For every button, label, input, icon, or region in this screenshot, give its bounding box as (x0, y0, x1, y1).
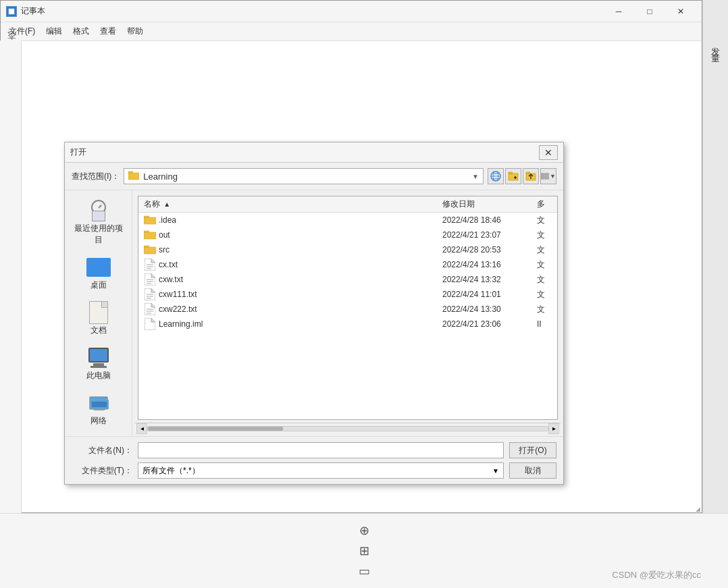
file-name-col: cxw222.txt (141, 304, 440, 315)
crosshair-icon: ⊕ (359, 523, 369, 538)
file-row[interactable]: cxw.txt 2022/4/24 13:32 文 (138, 272, 557, 287)
col-header-date[interactable]: 修改日期 (440, 198, 534, 210)
file-name: .idea (159, 215, 176, 225)
nav-item-network[interactable]: 网络 (68, 388, 129, 431)
nav-item-recent-label: 最近使用的项目 (71, 223, 126, 246)
dialog-left-nav: 最近使用的项目 桌面 文档 (65, 190, 132, 436)
hscroll-right-arrow[interactable]: ▸ (548, 423, 559, 434)
left-strip-text: 态 (0, 41, 23, 54)
col-header-name[interactable]: 名称 ▲ (141, 198, 440, 210)
file-name-col: cxw.txt (141, 274, 440, 285)
location-value: Learning (143, 171, 178, 182)
notepad-titlebar: 记事本 ─ □ ✕ (1, 1, 702, 22)
file-date-col: 2022/4/24 13:16 (440, 260, 534, 269)
nav-folder-new-button[interactable] (505, 168, 521, 184)
iml-file-icon (144, 319, 156, 329)
dialog-title: 打开 (70, 146, 539, 158)
nav-item-computer-label: 此电脑 (86, 370, 111, 381)
hscroll-thumb[interactable] (148, 427, 283, 431)
file-extra-col: 文 (534, 274, 554, 286)
svg-rect-17 (94, 409, 105, 410)
file-row[interactable]: cx.txt 2022/4/24 13:16 文 (138, 257, 557, 272)
menu-file[interactable]: 文件(F) (3, 23, 41, 40)
csdn-watermark: CSDN @爱吃水果的cc (612, 569, 701, 581)
file-row[interactable]: out 2022/4/21 23:07 文 (138, 228, 557, 242)
cancel-button[interactable]: 取消 (509, 462, 556, 479)
nav-item-computer[interactable]: 此电脑 (68, 343, 129, 385)
filetype-combo[interactable]: 所有文件（*.*） ▼ (138, 462, 504, 479)
minimize-button[interactable]: ─ (603, 1, 634, 22)
file-row[interactable]: Learning.iml 2022/4/21 23:06 II (138, 317, 557, 331)
txt-file-icon (144, 274, 156, 285)
file-name: cxw.txt (159, 275, 183, 284)
location-combo[interactable]: Learning ▼ (124, 168, 484, 184)
folder-icon (144, 244, 156, 255)
nav-folder-up-button[interactable] (523, 168, 539, 184)
col-header-extra[interactable]: 多 (534, 198, 554, 210)
notepad-menubar: 文件(F) 编辑 格式 查看 帮助 (1, 22, 702, 41)
svg-rect-15 (92, 402, 107, 407)
file-row[interactable]: cxw111.txt 2022/4/24 11:01 文 (138, 287, 557, 302)
file-name-col: src (141, 244, 440, 255)
nav-item-docs-label: 文档 (90, 325, 107, 336)
file-name: src (159, 245, 170, 255)
filename-label: 文件名(N)： (72, 445, 132, 456)
file-date-col: 2022/4/21 23:07 (440, 230, 534, 240)
file-name: Learning.iml (159, 319, 203, 329)
hscroll-track[interactable] (147, 426, 548, 431)
file-name: cx.txt (159, 260, 178, 269)
file-row[interactable]: cxw222.txt 2022/4/24 13:30 文 (138, 302, 557, 317)
menu-view[interactable]: 查看 (95, 23, 122, 40)
notepad-icon (6, 6, 17, 17)
network-icon (85, 392, 112, 414)
menu-format[interactable]: 格式 (68, 23, 95, 40)
file-extra-col: 文 (534, 304, 554, 315)
svg-rect-1 (9, 9, 14, 14)
file-list-header: 名称 ▲ 修改日期 多 (138, 196, 557, 213)
nav-globe-button[interactable] (488, 168, 504, 184)
maximize-button[interactable]: □ (634, 1, 665, 22)
txt-file-icon (144, 289, 156, 300)
resize-handle[interactable]: ◢ (696, 506, 702, 512)
view-dropdown-arrow: ▼ (550, 173, 556, 180)
nav-item-desktop[interactable]: 桌面 (68, 252, 129, 295)
nav-view-button[interactable]: ▼ (540, 168, 556, 184)
file-list: 名称 ▲ 修改日期 多 (138, 196, 558, 420)
nav-item-desktop-label: 桌面 (90, 279, 107, 291)
desktop-icon (85, 257, 112, 278)
hscroll[interactable]: ◂ ▸ (135, 423, 561, 433)
rect-icon: ▭ (359, 564, 370, 579)
titlebar-buttons: ─ □ ✕ (603, 1, 696, 22)
dialog-bottom: 文件名(N)： 打开(O) 文件类型(T)： 所有文件（*.*） ▼ 取消 (65, 436, 563, 484)
computer-icon (85, 347, 112, 369)
file-row[interactable]: src 2022/4/28 20:53 文 (138, 242, 557, 257)
dialog-body: 最近使用的项目 桌面 文档 (65, 190, 563, 436)
txt-file-icon (144, 304, 156, 315)
file-date-col: 2022/4/24 13:32 (440, 275, 534, 284)
filetype-combo-arrow: ▼ (492, 467, 499, 475)
svg-rect-11 (546, 173, 549, 176)
dialog-titlebar: 打开 ✕ (65, 142, 563, 163)
filename-input[interactable] (138, 442, 504, 458)
docs-icon (85, 302, 112, 323)
file-row[interactable]: .idea 2022/4/28 18:46 文 (138, 213, 557, 228)
file-date-col: 2022/4/28 18:46 (440, 215, 534, 225)
nav-item-network-label: 网络 (90, 415, 107, 427)
file-name: cxw222.txt (159, 304, 197, 314)
file-date-col: 2022/4/24 11:01 (440, 290, 534, 299)
nav-item-docs[interactable]: 文档 (68, 298, 129, 340)
notepad-content: 代 (1, 41, 702, 64)
close-button[interactable]: ✕ (665, 1, 696, 22)
open-button[interactable]: 打开(O) (509, 442, 556, 458)
txt-file-icon (144, 259, 156, 270)
hscroll-left-arrow[interactable]: ◂ (136, 423, 147, 434)
dialog-close-button[interactable]: ✕ (539, 145, 558, 160)
menu-edit[interactable]: 编辑 (41, 23, 68, 40)
sort-icon: ▲ (163, 201, 170, 208)
file-name: out (159, 230, 170, 240)
menu-help[interactable]: 帮助 (122, 23, 149, 40)
folder-icon (144, 215, 156, 225)
file-date-col: 2022/4/24 13:30 (440, 304, 534, 314)
file-name-col: Learning.iml (141, 319, 440, 329)
nav-item-recent[interactable]: 最近使用的项目 (68, 196, 129, 250)
